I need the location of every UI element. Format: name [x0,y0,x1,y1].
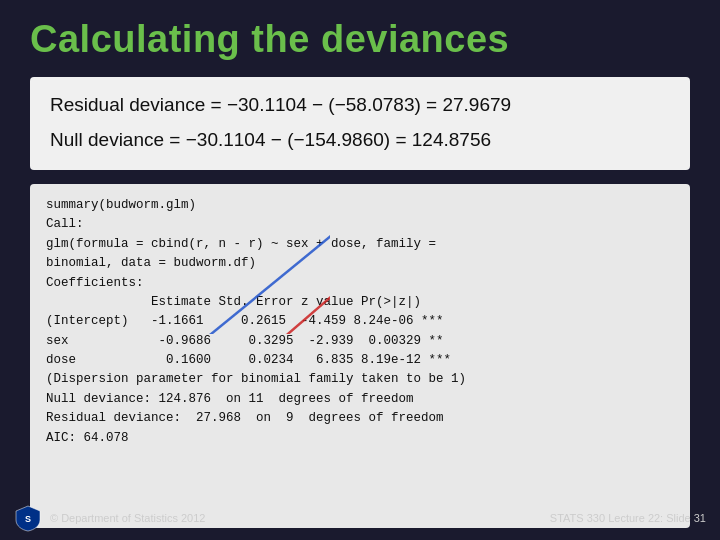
footer-left: S © Department of Statistics 2012 [14,504,205,532]
code-output: summary(budworm.glm) Call: glm(formula =… [46,196,674,448]
slide-info-text: STATS 330 Lecture 22: Slide 31 [550,512,706,524]
residual-deviance-formula: Residual deviance = −30.1104 − (−58.0783… [50,91,670,120]
slide-title: Calculating the deviances [30,18,690,61]
code-output-box: summary(budworm.glm) Call: glm(formula =… [30,184,690,528]
slide: Calculating the deviances Residual devia… [0,0,720,540]
null-deviance-formula: Null deviance = −30.1104 − (−154.9860) =… [50,126,670,155]
formula-box: Residual deviance = −30.1104 − (−58.0783… [30,77,690,170]
university-logo: S [14,504,42,532]
copyright-text: © Department of Statistics 2012 [50,512,205,524]
svg-text:S: S [25,514,31,524]
footer: S © Department of Statistics 2012 STATS … [0,504,720,532]
